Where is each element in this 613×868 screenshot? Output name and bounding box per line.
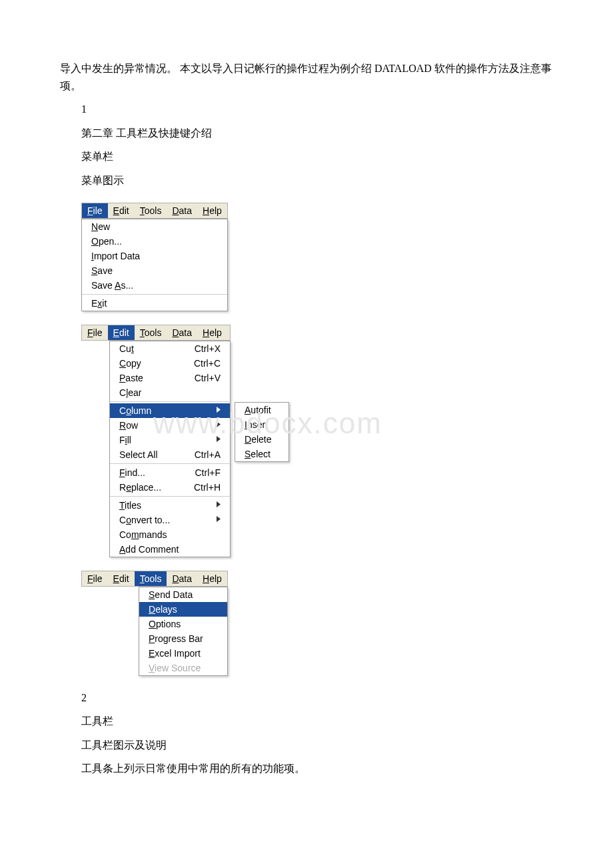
edit-menu-column[interactable]: Column xyxy=(110,403,230,418)
menubar-item-edit[interactable]: Edit xyxy=(108,203,135,218)
edit-menu-select-all[interactable]: Select AllCtrl+A xyxy=(110,447,230,462)
edit-menu-add-comment[interactable]: Add Comment xyxy=(110,542,230,557)
section-title-ch2: 第二章 工具栏及快捷键介绍 xyxy=(60,125,553,142)
toolbar-description: 工具条上列示日常使用中常用的所有的功能项。 xyxy=(60,760,553,777)
toolbar-heading: 工具栏 xyxy=(60,713,553,730)
intro-paragraph: 导入中发生的异常情况。 本文以导入日记帐行的操作过程为例介绍 DATALOAD … xyxy=(60,60,553,94)
edit-menu-replace[interactable]: Replace...Ctrl+H xyxy=(110,480,230,495)
tools-menu-send-data[interactable]: Send Data xyxy=(139,587,227,602)
edit-menu-copy[interactable]: CopyCtrl+C xyxy=(110,356,230,371)
section-number-1: 1 xyxy=(60,101,553,118)
menubar-item-tools[interactable]: Tools xyxy=(135,325,167,340)
menubar-item-file[interactable]: File xyxy=(82,325,108,340)
section-number-2: 2 xyxy=(60,689,553,707)
chevron-right-icon xyxy=(217,436,221,443)
edit-menu-cut[interactable]: CutCtrl+X xyxy=(110,341,230,356)
tools-menu-progress-bar[interactable]: Progress Bar xyxy=(139,631,227,646)
menu-separator xyxy=(110,401,230,402)
edit-menu-fill[interactable]: Fill xyxy=(110,433,230,447)
edit-menu-commands[interactable]: Commands xyxy=(110,527,230,542)
column-submenu-autofit[interactable]: Autofit xyxy=(235,403,289,417)
menu-separator xyxy=(82,294,227,295)
chevron-right-icon xyxy=(217,421,221,429)
menubar-edit-open: File Edit Tools Data Help xyxy=(81,325,231,341)
menubar-item-help[interactable]: Help xyxy=(197,571,227,586)
menubar-file-open: File Edit Tools Data Help xyxy=(81,203,228,219)
column-submenu-insert[interactable]: Insert xyxy=(235,417,289,432)
edit-menu-dropdown: CutCtrl+X CopyCtrl+C PasteCtrl+V Clear C… xyxy=(109,341,231,557)
file-menu-save[interactable]: Save xyxy=(82,263,227,278)
file-menu-save-as[interactable]: Save As... xyxy=(82,278,227,293)
edit-menu-find[interactable]: Find...Ctrl+F xyxy=(110,465,230,480)
file-menu-dropdown: New Open... Import Data Save Save As... … xyxy=(81,219,228,311)
menu-separator xyxy=(110,496,230,497)
menubar-item-file[interactable]: File xyxy=(82,571,108,586)
tools-menu-delays[interactable]: Delays xyxy=(139,602,227,617)
tools-menu-view-source: View Source xyxy=(139,661,227,675)
menubar-item-edit[interactable]: Edit xyxy=(108,325,135,340)
menubar-item-tools[interactable]: Tools xyxy=(135,203,167,218)
menubar-tools-open: File Edit Tools Data Help xyxy=(81,571,228,587)
menubar-heading: 菜单栏 xyxy=(60,148,553,165)
column-submenu-select[interactable]: Select xyxy=(235,447,289,461)
menubar-item-data[interactable]: Data xyxy=(167,325,197,340)
toolbar-caption: 工具栏图示及说明 xyxy=(60,737,553,754)
edit-menu-titles[interactable]: Titles xyxy=(110,498,230,513)
file-menu-new[interactable]: New xyxy=(82,219,227,234)
menubar-item-help[interactable]: Help xyxy=(197,203,227,218)
file-menu-open[interactable]: Open... xyxy=(82,234,227,249)
edit-menu-row[interactable]: Row xyxy=(110,418,230,433)
menubar-item-file[interactable]: File xyxy=(82,203,108,218)
tools-menu-dropdown: Send Data Delays Options Progress Bar Ex… xyxy=(139,587,228,676)
column-submenu-delete[interactable]: Delete xyxy=(235,432,289,447)
chevron-right-icon xyxy=(217,516,221,523)
menubar-item-help[interactable]: Help xyxy=(197,325,227,340)
chevron-right-icon xyxy=(217,407,221,414)
file-menu-exit[interactable]: Exit xyxy=(82,296,227,311)
column-submenu: Autofit Insert Delete Select xyxy=(235,402,289,462)
edit-menu-paste[interactable]: PasteCtrl+V xyxy=(110,371,230,385)
menubar-item-data[interactable]: Data xyxy=(167,203,197,218)
tools-menu-excel-import[interactable]: Excel Import xyxy=(139,646,227,661)
menubar-item-data[interactable]: Data xyxy=(167,571,197,586)
menu-separator xyxy=(110,463,230,464)
edit-menu-clear[interactable]: Clear xyxy=(110,385,230,400)
tools-menu-options[interactable]: Options xyxy=(139,617,227,631)
chevron-right-icon xyxy=(217,501,221,509)
edit-menu-convert-to[interactable]: Convert to... xyxy=(110,513,230,527)
menubar-item-edit[interactable]: Edit xyxy=(108,571,135,586)
file-menu-import-data[interactable]: Import Data xyxy=(82,249,227,263)
menubar-caption: 菜单图示 xyxy=(60,172,553,189)
menubar-item-tools[interactable]: Tools xyxy=(135,571,167,586)
